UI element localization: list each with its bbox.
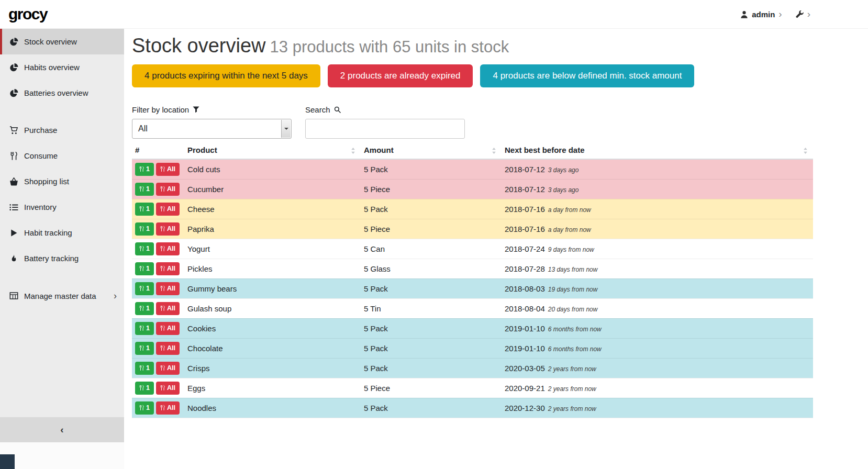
consume-one-button[interactable]: 1 <box>135 282 154 295</box>
grocy-logo[interactable]: grocy <box>8 5 47 23</box>
column-header-best-before[interactable]: Next best before date <box>502 143 813 159</box>
location-select[interactable]: All <box>132 119 292 139</box>
best-before-cell: 2018-07-2813 days from now <box>502 259 813 278</box>
consume-all-button[interactable]: All <box>156 222 180 236</box>
best-before-date: 2018-08-03 <box>505 284 545 293</box>
sort-icon[interactable] <box>350 147 356 154</box>
consume-all-button[interactable]: All <box>156 183 180 196</box>
best-before-cell: 2019-01-106 months from now <box>502 318 813 338</box>
consume-all-button[interactable]: All <box>156 362 180 375</box>
best-before-relative: 19 days from now <box>548 286 598 293</box>
best-before-cell: 2018-07-123 days ago <box>502 159 813 180</box>
product-name: Noodles <box>184 398 361 418</box>
product-amount: 5 Pack <box>361 278 502 298</box>
chart-pie-icon <box>9 38 18 46</box>
consume-all-button[interactable]: All <box>156 203 180 216</box>
product-amount: 5 Pack <box>361 199 502 219</box>
best-before-relative: a day from now <box>548 226 591 233</box>
product-name: Cookies <box>184 318 361 338</box>
utensils-icon <box>160 206 165 212</box>
sidebar-item-label: Batteries overview <box>24 88 88 97</box>
sidebar-item-batteries-overview[interactable]: Batteries overview <box>0 80 124 106</box>
utensils-icon <box>160 226 165 232</box>
shopping-cart-icon <box>9 126 18 135</box>
best-before-cell: 2020-12-302 years from now <box>502 398 813 418</box>
consume-all-button[interactable]: All <box>156 242 180 255</box>
sidebar-item-manage-master-data[interactable]: Manage master data › <box>0 283 124 309</box>
consume-one-button[interactable]: 1 <box>135 203 154 216</box>
sidebar-item-habit-tracking[interactable]: Habit tracking <box>0 220 124 245</box>
utensils-icon <box>139 206 144 212</box>
table-row: 1 All Cookies 5 Pack 2019-01-106 months … <box>132 318 813 338</box>
consume-all-button[interactable]: All <box>156 282 180 295</box>
column-header-amount[interactable]: Amount <box>361 143 502 159</box>
best-before-date: 2020-09-21 <box>505 384 545 393</box>
table-row: 1 All Yogurt 5 Can 2018-07-249 days from… <box>132 239 813 259</box>
utensils-icon <box>160 365 165 371</box>
utensils-icon <box>139 245 144 252</box>
settings-menu[interactable]: › <box>796 9 810 20</box>
column-header-number[interactable]: # <box>132 143 184 159</box>
consume-one-button[interactable]: 1 <box>135 342 154 355</box>
best-before-cell: 2019-01-106 months from now <box>502 338 813 358</box>
sidebar-collapse-button[interactable]: ‹ <box>0 417 124 442</box>
user-menu[interactable]: admin › <box>740 9 782 20</box>
search-icon <box>334 106 341 113</box>
sidebar-item-inventory[interactable]: Inventory <box>0 194 124 220</box>
sidebar-item-purchase[interactable]: Purchase <box>0 117 124 143</box>
consume-all-button[interactable]: All <box>156 302 180 315</box>
filter-by-location-label: Filter by location <box>132 105 292 114</box>
sidebar-item-habits-overview[interactable]: Habits overview <box>0 54 124 80</box>
consume-one-button[interactable]: 1 <box>135 401 154 415</box>
utensils-icon <box>139 345 144 351</box>
consume-one-button[interactable]: 1 <box>135 242 154 255</box>
utensils-icon <box>139 166 144 172</box>
consume-one-button[interactable]: 1 <box>135 222 154 236</box>
wrench-icon <box>796 10 804 18</box>
consume-all-button[interactable]: All <box>156 322 180 335</box>
utensils-icon <box>160 166 165 172</box>
best-before-date: 2019-01-10 <box>505 344 545 353</box>
utensils-icon <box>160 285 165 292</box>
row-actions-cell: 1 All <box>132 358 184 378</box>
consume-one-button[interactable]: 1 <box>135 322 154 335</box>
consume-one-button[interactable]: 1 <box>135 262 154 275</box>
best-before-relative: 3 days ago <box>548 166 579 174</box>
column-header-product[interactable]: Product <box>184 143 361 159</box>
sidebar-item-label: Purchase <box>24 126 57 135</box>
consume-all-button[interactable]: All <box>156 401 180 415</box>
best-before-relative: 6 months from now <box>548 326 602 333</box>
search-input[interactable] <box>305 119 465 139</box>
stock-table: # Product Amount Next best before date <box>132 143 813 418</box>
sidebar-item-stock-overview[interactable]: Stock overview <box>0 29 124 54</box>
consume-one-button[interactable]: 1 <box>135 362 154 375</box>
below-min-stock-badge[interactable]: 4 products are below defined min. stock … <box>480 64 694 87</box>
product-name: Yogurt <box>184 239 361 259</box>
row-actions-cell: 1 All <box>132 239 184 259</box>
product-name: Chocolate <box>184 338 361 358</box>
consume-all-button[interactable]: All <box>156 163 180 176</box>
sidebar-item-battery-tracking[interactable]: Battery tracking <box>0 245 124 271</box>
search-control: Search <box>305 105 465 139</box>
expired-products-badge[interactable]: 2 products are already expired <box>328 64 473 87</box>
best-before-relative: 2 years from now <box>548 365 596 373</box>
table-row: 1 All Pickles 5 Glass 2018-07-2813 days … <box>132 259 813 278</box>
consume-one-button[interactable]: 1 <box>135 382 154 395</box>
consume-one-button[interactable]: 1 <box>135 183 154 196</box>
product-amount: 5 Piece <box>361 378 502 398</box>
consume-all-button[interactable]: All <box>156 382 180 395</box>
expiring-products-badge[interactable]: 4 products expiring within the next 5 da… <box>132 64 320 87</box>
consume-one-button[interactable]: 1 <box>135 163 154 176</box>
sidebar-item-consume[interactable]: Consume <box>0 143 124 169</box>
best-before-cell: 2018-07-123 days ago <box>502 179 813 199</box>
best-before-relative: 2 years from now <box>548 405 596 412</box>
consume-all-button[interactable]: All <box>156 262 180 275</box>
utensils-icon <box>160 186 165 192</box>
sort-icon[interactable] <box>803 147 808 154</box>
sidebar-item-shopping-list[interactable]: Shopping list <box>0 169 124 194</box>
consume-one-button[interactable]: 1 <box>135 302 154 315</box>
best-before-cell: 2020-09-212 years from now <box>502 378 813 398</box>
consume-all-button[interactable]: All <box>156 342 180 355</box>
sort-icon[interactable] <box>491 147 497 154</box>
sidebar-item-label: Habit tracking <box>24 228 72 237</box>
